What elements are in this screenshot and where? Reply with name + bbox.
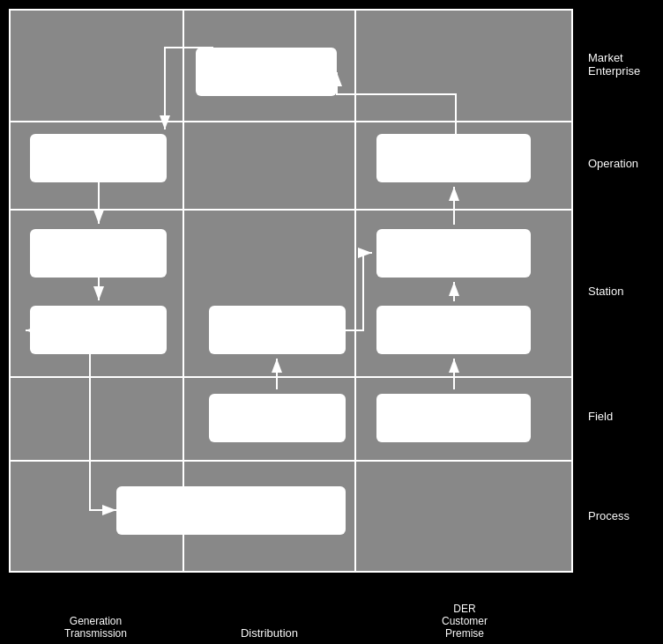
label-field: Field	[584, 374, 663, 458]
box-st-upper-right	[376, 229, 531, 278]
box-st-lower-center	[209, 306, 346, 354]
main-diagram	[9, 9, 573, 573]
label-generation-transmission: GenerationTransmission	[9, 574, 183, 644]
box-st-upper-left	[30, 229, 167, 278]
box-field-center	[209, 394, 346, 442]
diagram-container: GenerationTransmission Distribution DERC…	[0, 0, 663, 644]
label-distribution: Distribution	[183, 574, 356, 644]
right-labels: MarketEnterprise Operation Station Field…	[584, 9, 663, 573]
box-top-center	[196, 48, 337, 96]
label-operation: Operation	[584, 119, 663, 207]
box-process	[116, 486, 346, 535]
box-op-right	[376, 134, 531, 182]
label-der-customer: DERCustomerPremise	[356, 574, 573, 644]
label-process: Process	[584, 458, 663, 573]
box-op-left	[30, 134, 167, 182]
label-market-enterprise: MarketEnterprise	[584, 9, 663, 119]
box-st-lower-left	[30, 306, 167, 354]
bottom-labels: GenerationTransmission Distribution DERC…	[9, 574, 573, 644]
box-st-lower-right	[376, 306, 531, 354]
box-field-right	[376, 394, 531, 442]
label-station: Station	[584, 207, 663, 374]
